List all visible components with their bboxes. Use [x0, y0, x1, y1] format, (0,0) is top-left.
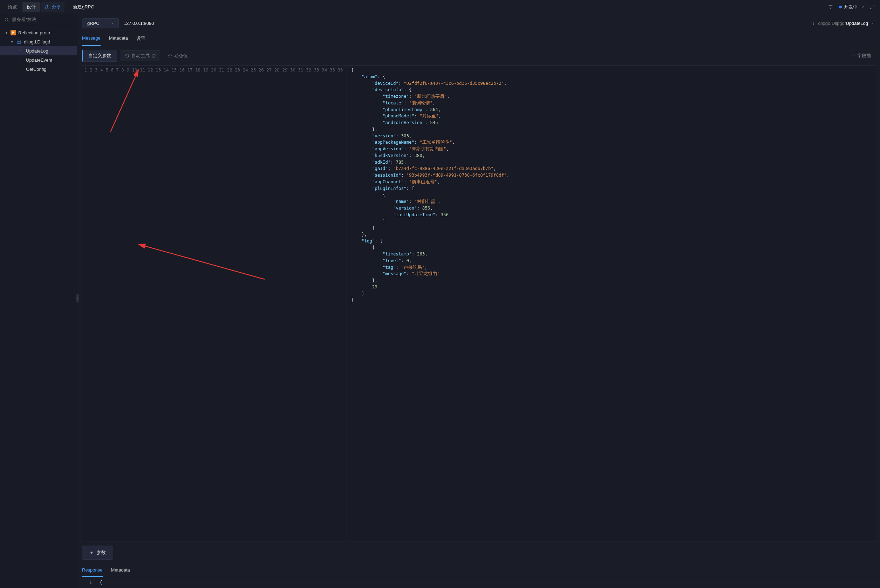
editor-wrap: 1 2 3 4 5 6 7 8 9 10 11 12 13 14 15 16 1… — [77, 65, 880, 541]
tab-metadata[interactable]: Metadata — [109, 32, 128, 46]
svg-rect-6 — [17, 40, 21, 41]
chevron-down-icon — [861, 5, 864, 9]
svg-rect-7 — [17, 42, 21, 44]
top-right: 开发中 — [826, 3, 877, 11]
chevron-down-icon — [872, 22, 875, 25]
plus-icon: ＋ — [89, 549, 94, 556]
bottom-panel: ＋ 参数 Response Metadata 1 { — [77, 541, 880, 588]
tab-message[interactable]: Message — [82, 32, 100, 46]
tab-preview[interactable]: 预览 — [3, 2, 21, 12]
tab-response[interactable]: Response — [82, 564, 103, 577]
bidirectional-icon: ↑↓ — [18, 48, 24, 54]
protocol-label: gRPC — [87, 21, 99, 26]
bidirectional-icon: ↑↓ — [18, 57, 24, 63]
sidebar: ▾ R Reflection.proto ▾ dllpgd.Dllpgd ↑↓ … — [0, 14, 77, 588]
content-area: gRPC 127.0.0.1:8090 ↑↓ dllpgd.Dllpgd/Upd… — [77, 14, 880, 588]
editor-toolbar: 自定义参数 自动生成 动态值 字段描 — [77, 46, 880, 65]
breadcrumb-service: dllpgd.Dllpgd/ — [818, 21, 846, 26]
svg-point-4 — [5, 18, 8, 21]
tab-design[interactable]: 设计 — [22, 2, 40, 12]
method-breadcrumb[interactable]: ↑↓ dllpgd.Dllpgd/UpdateLog — [810, 21, 875, 26]
field-desc-label: 字段描 — [857, 52, 871, 59]
share-button[interactable]: 分享 — [41, 2, 64, 12]
method-label: UpdateEvent — [26, 57, 52, 63]
response-tabs: Response Metadata — [77, 564, 880, 577]
page-title: 新建gRPC — [73, 4, 94, 10]
info-icon — [152, 54, 156, 58]
editor-code[interactable]: { "atom": { "deviceId": "02fdf2f6-a407-4… — [347, 66, 875, 541]
share-label: 分享 — [52, 4, 61, 10]
share-icon — [45, 4, 50, 9]
param-label: 参数 — [97, 549, 106, 556]
field-desc-button[interactable]: 字段描 — [847, 51, 875, 61]
status-dot-icon — [839, 6, 842, 8]
response-editor[interactable]: 1 { — [77, 577, 880, 588]
magic-icon — [168, 54, 172, 58]
tree-proto-file[interactable]: ▾ R Reflection.proto — [0, 28, 77, 37]
protocol-select[interactable]: gRPC — [82, 18, 119, 28]
proto-file-label: Reflection.proto — [18, 30, 50, 35]
json-editor[interactable]: 1 2 3 4 5 6 7 8 9 10 11 12 13 14 15 16 1… — [82, 65, 875, 541]
resp-gutter: 1 — [82, 579, 95, 586]
chevron-down-icon: ▾ — [4, 31, 8, 35]
dynamic-label: 动态值 — [174, 52, 188, 59]
svg-line-5 — [8, 20, 9, 21]
tab-settings[interactable]: 设置 — [136, 32, 145, 46]
dynamic-values-button[interactable]: 动态值 — [163, 51, 192, 61]
autogen-label: 自动生成 — [132, 52, 150, 59]
tree-method-updatelog[interactable]: ↑↓ UpdateLog — [0, 46, 77, 56]
status-label: 开发中 — [844, 4, 858, 10]
service-label: dllpgd.Dllpgd — [24, 39, 50, 45]
add-param-button[interactable]: ＋ 参数 — [82, 546, 113, 560]
custom-params-tab[interactable]: 自定义参数 — [82, 50, 117, 62]
bidirectional-icon: ↑↓ — [18, 66, 24, 72]
top-left: 预览 设计 分享 新建gRPC — [3, 2, 94, 12]
proto-file-icon: R — [10, 30, 16, 35]
expand-icon[interactable] — [868, 3, 877, 11]
search-icon — [4, 17, 9, 22]
chevron-down-icon: ▾ — [10, 40, 14, 44]
status-dropdown[interactable]: 开发中 — [839, 4, 864, 10]
tree-service[interactable]: ▾ dllpgd.Dllpgd — [0, 37, 77, 46]
sidebar-tree: ▾ R Reflection.proto ▾ dllpgd.Dllpgd ↑↓ … — [0, 25, 77, 76]
autogen-button[interactable]: 自动生成 — [121, 50, 160, 62]
refresh-icon — [125, 54, 129, 58]
upload-icon — [851, 54, 855, 58]
address-bar: gRPC 127.0.0.1:8090 ↑↓ dllpgd.Dllpgd/Upd… — [77, 14, 880, 32]
svg-marker-11 — [168, 54, 172, 57]
bidirectional-icon: ↑↓ — [810, 21, 815, 26]
sidebar-search[interactable] — [0, 14, 77, 25]
resp-code[interactable]: { — [95, 579, 875, 586]
main-area: ▾ R Reflection.proto ▾ dllpgd.Dllpgd ↑↓ … — [0, 14, 880, 588]
filter-icon[interactable] — [826, 3, 835, 11]
tab-response-metadata[interactable]: Metadata — [111, 564, 130, 577]
chevron-down-icon — [110, 22, 114, 25]
editor-gutter: 1 2 3 4 5 6 7 8 9 10 11 12 13 14 15 16 1… — [82, 66, 347, 541]
search-input[interactable] — [12, 17, 72, 22]
address-input[interactable]: 127.0.0.1:8090 — [124, 21, 805, 26]
method-label: GetConfig — [26, 67, 46, 72]
request-tabs: Message Metadata 设置 — [77, 32, 880, 46]
method-label: UpdateLog — [26, 48, 48, 54]
breadcrumb-method: UpdateLog — [846, 21, 868, 26]
tree-method-getconfig[interactable]: ↑↓ GetConfig — [0, 64, 77, 74]
top-bar: 预览 设计 分享 新建gRPC 开发中 — [0, 0, 880, 14]
tree-method-updateevent[interactable]: ↑↓ UpdateEvent — [0, 56, 77, 64]
service-icon — [16, 39, 22, 45]
